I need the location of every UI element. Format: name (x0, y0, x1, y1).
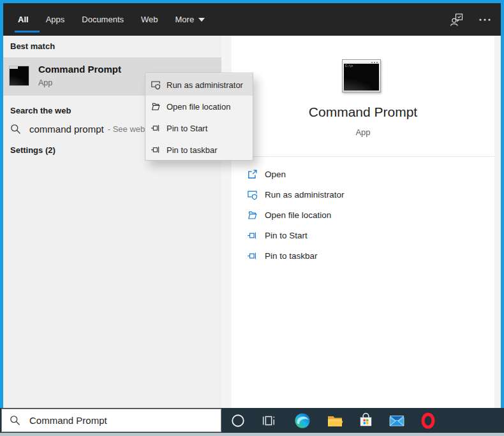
mail-icon (389, 412, 405, 429)
ellipsis-icon[interactable] (478, 13, 492, 27)
pin-icon (247, 251, 258, 261)
store-icon (358, 412, 374, 428)
action-label: Open (265, 170, 286, 179)
best-match-header: Best match (10, 41, 55, 51)
context-menu-pin-to-start[interactable]: Pin to Start (145, 117, 253, 139)
opera-button[interactable] (414, 408, 442, 433)
mail-button[interactable] (383, 408, 411, 433)
pin-icon (151, 145, 161, 155)
action-label: Run as administrator (265, 190, 345, 200)
search-web-header: Search the web (10, 106, 71, 115)
action-label: Pin to taskbar (265, 251, 318, 261)
action-pin-to-taskbar[interactable]: Pin to taskbar (232, 248, 494, 263)
best-match-subtitle: App (38, 78, 52, 87)
cortana-button[interactable] (224, 408, 252, 433)
action-label: Open file location (265, 210, 331, 220)
active-tab-underline (15, 31, 40, 33)
preview-title: Command Prompt (232, 105, 494, 120)
preview-panel: C:\> Command Prompt App Open Run as admi… (232, 36, 494, 408)
search-input-value: Command Prompt (29, 415, 107, 426)
context-menu-item-label: Pin to Start (167, 124, 207, 133)
action-open-file-location[interactable]: Open file location (232, 207, 494, 222)
action-open[interactable]: Open (232, 166, 494, 182)
store-button[interactable] (352, 408, 380, 433)
file-explorer-icon (327, 412, 343, 429)
pin-icon (247, 230, 258, 241)
task-view-button[interactable] (255, 408, 283, 433)
command-prompt-icon (9, 66, 29, 86)
open-icon (247, 169, 258, 180)
tab-apps[interactable]: Apps (46, 15, 65, 24)
preview-subtitle: App (232, 127, 494, 137)
search-icon (10, 415, 20, 426)
pin-icon (151, 123, 161, 133)
best-match-title: Command Prompt (38, 64, 121, 75)
context-menu-run-as-administrator[interactable]: Run as administrator (145, 74, 253, 96)
chevron-down-icon (198, 18, 205, 22)
open-file-location-icon (247, 210, 258, 221)
tab-more[interactable]: More (175, 15, 205, 24)
context-menu-item-label: Pin to taskbar (167, 145, 218, 155)
web-query-text: command prompt (29, 124, 104, 134)
open-file-location-icon (151, 101, 161, 112)
screen-bottom-strip (0, 433, 504, 436)
run-as-administrator-icon (247, 189, 258, 200)
search-icon (10, 124, 21, 134)
taskbar-search-input[interactable]: Command Prompt (1, 409, 221, 432)
filter-tab-bar: All Apps Documents Web More (3, 3, 501, 36)
divider (239, 156, 494, 157)
cortana-icon (230, 413, 246, 428)
action-pin-to-start[interactable]: Pin to Start (232, 228, 494, 243)
file-explorer-button[interactable] (321, 408, 349, 433)
window-controls-dots (371, 62, 378, 63)
settings-header: Settings (2) (10, 145, 56, 155)
web-query-suffix: - See web (108, 124, 145, 134)
action-run-as-administrator[interactable]: Run as administrator (232, 187, 494, 202)
context-menu-pin-to-taskbar[interactable]: Pin to taskbar (145, 139, 253, 161)
edge-button[interactable] (288, 408, 316, 433)
tab-all[interactable]: All (18, 15, 29, 24)
account-feedback-icon[interactable] (450, 13, 464, 27)
search-flyout-window: All Apps Documents Web More Best ma (0, 0, 504, 436)
tab-web[interactable]: Web (141, 15, 158, 24)
opera-icon (420, 412, 436, 429)
command-prompt-icon-large: C:\> (342, 59, 381, 92)
edge-icon (294, 412, 311, 429)
context-menu-item-label: Run as administrator (167, 80, 243, 90)
tab-documents[interactable]: Documents (82, 15, 124, 24)
context-menu: Run as administrator Open file location … (145, 73, 253, 161)
run-as-administrator-icon (151, 80, 161, 90)
task-view-icon (261, 413, 276, 428)
tab-more-label: More (175, 15, 195, 24)
cmd-prompt-text: C:\> (345, 64, 353, 68)
action-label: Pin to Start (265, 231, 308, 240)
filter-tabs: All Apps Documents Web More (18, 3, 205, 36)
context-menu-item-label: Open file location (167, 102, 230, 112)
context-menu-open-file-location[interactable]: Open file location (145, 96, 253, 117)
